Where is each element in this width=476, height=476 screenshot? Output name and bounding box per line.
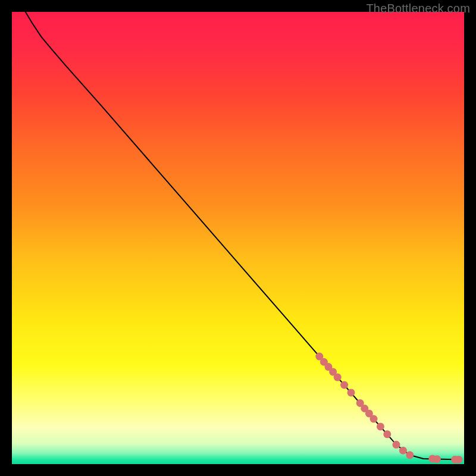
data-point — [455, 456, 462, 464]
data-point — [377, 422, 384, 430]
data-point — [399, 447, 407, 455]
chart-svg — [12, 12, 464, 464]
data-point — [347, 389, 355, 396]
chart-frame: TheBottleneck.com — [0, 0, 476, 476]
data-point — [340, 381, 348, 389]
data-point — [383, 430, 391, 438]
data-point — [393, 441, 400, 449]
data-point — [334, 374, 342, 381]
gradient-background — [12, 12, 464, 464]
data-point — [370, 415, 378, 423]
watermark-text: TheBottleneck.com — [366, 2, 470, 15]
data-point — [433, 455, 441, 463]
data-point — [406, 451, 414, 459]
plot-area — [12, 12, 464, 464]
